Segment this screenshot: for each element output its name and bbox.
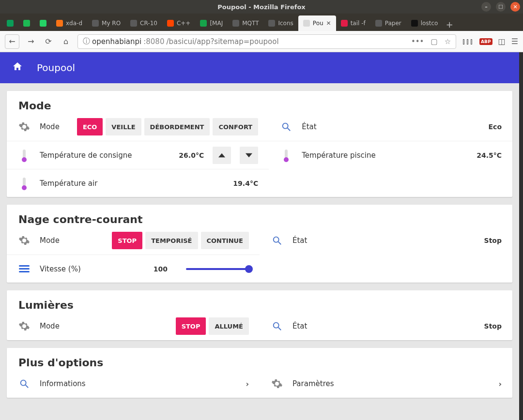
nage-etat-value: Stop (484, 237, 502, 244)
link-informations[interactable]: Informations › (7, 370, 260, 398)
tab-favicon (7, 20, 14, 27)
nav-forward-button[interactable]: → (25, 36, 37, 47)
sidebar-icon[interactable]: ◫ (498, 37, 506, 46)
tab-label: [MAJ (210, 20, 223, 27)
tab-label: CR-10 (140, 20, 157, 27)
browser-tab[interactable]: tail -f (336, 15, 370, 31)
tab-label: MQTT (242, 20, 259, 27)
browser-tab[interactable]: Paper (370, 15, 406, 31)
svg-line-3 (278, 242, 281, 245)
parametres-label: Paramètres (292, 379, 334, 388)
tab-label: xda-d (66, 20, 82, 27)
tab-favicon (232, 20, 239, 27)
page-actions-icon[interactable]: ••• (411, 37, 424, 46)
browser-tab[interactable]: lostco (406, 15, 443, 31)
setpoint-down-button[interactable] (240, 147, 258, 164)
svg-point-0 (283, 123, 288, 129)
nav-home-button[interactable]: ⌂ (60, 36, 72, 47)
browser-tab[interactable]: [MAJ (195, 15, 228, 31)
mode-debordement-button[interactable]: DÉBORDEMENT (144, 118, 210, 135)
nage-temporise-button[interactable]: TEMPORISÉ (145, 232, 198, 249)
window-maximize-button[interactable]: ☐ (496, 2, 506, 12)
air-temp-label: Température air (40, 179, 97, 188)
gear-icon (270, 377, 284, 390)
browser-toolbar: ← → ⟳ ⌂ ⓘ openhabianpi:8080/basicui/app?… (0, 31, 523, 52)
bookmark-star-icon[interactable]: ☆ (445, 37, 451, 46)
site-info-icon[interactable]: ⓘ (83, 37, 90, 46)
browser-tab[interactable]: CR-10 (125, 15, 162, 31)
pool-temp-label: Température piscine (302, 151, 375, 160)
svg-line-7 (26, 385, 29, 388)
nage-continue-button[interactable]: CONTINUE (201, 232, 249, 249)
magnifier-icon (270, 319, 284, 333)
vitesse-slider[interactable] (186, 268, 249, 270)
mode-confort-button[interactable]: CONFORT (213, 118, 258, 135)
url-bar[interactable]: ⓘ openhabianpi:8080/basicui/app?sitemap=… (77, 34, 456, 49)
slider-thumb[interactable] (245, 265, 253, 273)
new-tab-button[interactable]: + (443, 17, 456, 31)
link-parametres[interactable]: Paramètres › (260, 370, 512, 398)
tab-close-icon[interactable]: ✕ (326, 20, 331, 27)
browser-tab[interactable] (35, 15, 51, 31)
mode-label: Mode (40, 122, 60, 131)
magnifier-icon (279, 120, 293, 134)
library-icon[interactable]: ⫿⫿⫿ (462, 37, 474, 46)
window-title: Poupool - Mozilla Firefox (217, 3, 305, 11)
svg-line-5 (278, 328, 281, 330)
svg-point-6 (21, 380, 26, 386)
magnifier-icon (17, 377, 31, 390)
tab-favicon (411, 20, 418, 27)
mode-eco-button[interactable]: ECO (77, 118, 103, 135)
mode-veille-button[interactable]: VEILLE (106, 118, 141, 135)
url-path: /basicui/app?sitemap=poupool (166, 37, 278, 46)
window-minimize-button[interactable]: – (481, 2, 491, 12)
browser-tab[interactable]: C++ (162, 15, 196, 31)
browser-tab[interactable]: xda-d (51, 15, 87, 31)
chevron-right-icon: › (246, 379, 249, 389)
setpoint-up-button[interactable] (213, 147, 231, 164)
tab-label: Icons (278, 20, 293, 27)
etat-label: État (302, 122, 316, 131)
svg-point-4 (274, 323, 279, 328)
adblock-icon[interactable]: ABP (479, 38, 492, 45)
nav-back-button[interactable]: ← (5, 34, 19, 49)
lum-mode-label: Mode (40, 322, 60, 330)
lum-allume-button[interactable]: ALLUMÉ (209, 317, 249, 335)
thermometer-icon (17, 149, 31, 162)
vitesse-label: Vitesse (%) (40, 265, 81, 273)
lum-stop-button[interactable]: STOP (176, 317, 206, 335)
app-header: Poupool (0, 52, 519, 83)
nage-stop-button[interactable]: STOP (112, 232, 142, 249)
url-host: openhabianpi (92, 37, 141, 46)
air-temp-value: 19.4°C (233, 180, 258, 187)
nav-reload-button[interactable]: ⟳ (43, 36, 54, 47)
browser-tab[interactable]: My RO (87, 15, 125, 31)
app-home-icon[interactable] (12, 61, 23, 75)
thermometer-icon (17, 177, 31, 190)
browser-tab[interactable]: Icons (263, 15, 298, 31)
card-plus-title: Plus d'options (7, 348, 512, 370)
hamburger-menu-icon[interactable]: ☰ (511, 37, 518, 46)
nage-etat-label: État (292, 236, 307, 245)
tab-favicon (303, 20, 310, 27)
page-viewport[interactable]: Poupool Mode Mode ECO VEILLE DÉBORDEMENT… (0, 52, 519, 420)
reader-mode-icon[interactable]: ▢ (431, 37, 437, 46)
nage-mode-label: Mode (40, 236, 60, 245)
chevron-right-icon: › (498, 379, 502, 389)
browser-tab[interactable]: MQTT (228, 15, 263, 31)
browser-tab[interactable] (2, 15, 18, 31)
card-plus: Plus d'options Informations › Paramètres… (7, 348, 512, 398)
tab-favicon (167, 20, 174, 27)
waves-icon (17, 262, 31, 276)
svg-line-1 (288, 128, 291, 131)
tab-label: tail -f (351, 20, 366, 27)
browser-tab[interactable]: Pou✕ (298, 15, 336, 31)
window-close-button[interactable]: ✕ (510, 2, 520, 12)
tab-label: Pou (313, 20, 323, 27)
browser-tab[interactable] (18, 15, 35, 31)
window-titlebar: Poupool - Mozilla Firefox – ☐ ✕ (0, 0, 523, 14)
consigne-value: 26.0°C (179, 151, 204, 159)
card-lumieres-title: Lumières (7, 290, 512, 312)
consigne-label: Température de consigne (40, 151, 132, 160)
lum-etat-label: État (292, 322, 307, 330)
